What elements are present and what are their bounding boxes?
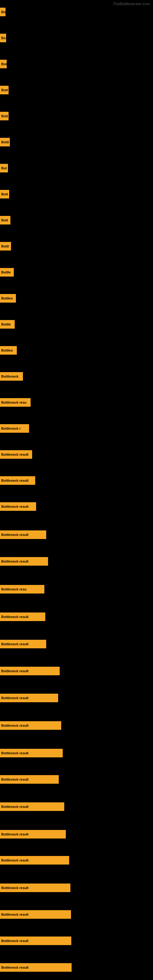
bar-label: Bottle (1, 270, 11, 274)
bar-item: Bottleneck result (0, 502, 36, 511)
bar-label: Bottleneck result (1, 805, 29, 808)
bar-label: Bottleneck result (1, 453, 29, 456)
bar-label: Bottl (1, 140, 9, 144)
bar-item: Bottleneck result (0, 775, 59, 784)
bar-label: Bott (1, 88, 8, 92)
bar-item: Bottleneck result (0, 557, 48, 566)
bar-item: Bottleneck result (0, 721, 61, 730)
bar-label: Bottleneck result (1, 939, 29, 943)
bar-label: Bottleneck result (1, 858, 29, 862)
bar-item: Bottleneck result (0, 910, 71, 919)
bar-item: Bottleneck resu (0, 585, 45, 593)
bar-item: Bot (0, 60, 7, 68)
bar-item: Bot (0, 164, 8, 172)
site-title: TheBottlenecker.com (113, 2, 150, 6)
bar-item: Bottlen (0, 294, 16, 302)
bar-label: Bottleneck result (1, 696, 29, 700)
bar-label: Bottleneck result (1, 724, 29, 727)
bar-label: Bott (1, 114, 8, 118)
bar-item: Bottl (0, 138, 10, 146)
bar-item: Bottleneck result (0, 802, 64, 811)
bar-label: Bottleneck result (1, 886, 29, 890)
bar-label: Bottleneck result (1, 479, 29, 482)
bar-label: Bo (1, 10, 5, 14)
bar-label: Bottleneck result (1, 560, 29, 563)
bar-label: Bottl (1, 244, 9, 248)
bar-label: Bo (1, 36, 6, 40)
bar-item: Bottleneck result (0, 830, 66, 838)
bar-item: Bo (0, 8, 5, 16)
bar-item: Bottleneck result (0, 530, 46, 539)
bar-item: Bottle (0, 268, 14, 277)
bar-label: Bottleneck result (1, 505, 29, 508)
bar-item: Bo (0, 34, 6, 42)
bar-label: Bottleneck result (1, 533, 29, 536)
bar-item: Bottleneck result (0, 640, 46, 648)
bar-item: Bottleneck resu (0, 398, 30, 407)
bar-item: Bottlen (0, 346, 17, 355)
bar-label: Bottleneck resu (1, 587, 27, 591)
bar-item: Bottleneck result (0, 694, 58, 702)
bar-label: Bottleneck result (1, 966, 29, 969)
bar-item: Bottl (0, 242, 11, 250)
bar-item: Bottleneck result (0, 450, 32, 459)
bar-label: Bott (1, 218, 8, 222)
bar-label: Bottlen (1, 296, 13, 300)
bar-label: Bottleneck result (1, 778, 29, 781)
bar-item: Bottleneck result (0, 667, 60, 675)
bar-label: Bottlen (1, 348, 13, 352)
bar-item: Bottleneck result (0, 937, 71, 945)
bar-label: Bottleneck resu (1, 401, 27, 404)
bar-label: Bottleneck result (1, 913, 29, 916)
bar-item: Bottleneck (0, 372, 23, 381)
bar-label: Bottleneck r (1, 426, 21, 430)
bar-item: Bottleneck result (0, 883, 70, 892)
bar-item: Bottleneck result (0, 476, 35, 485)
bar-label: Bot (1, 62, 7, 66)
bar-item: Bott (0, 190, 9, 199)
bar-label: Bottleneck result (1, 669, 29, 673)
bar-item: Bottleneck result (0, 749, 63, 757)
bar-item: Bottleneck result (0, 963, 72, 972)
bar-label: Bottleneck result (1, 615, 29, 619)
bar-item: Bott (0, 112, 9, 120)
bar-label: Bottleneck result (1, 642, 29, 646)
bar-item: Bottleneck result (0, 612, 45, 621)
bar-item: Bottle (0, 320, 15, 329)
bar-label: Bottleneck result (1, 832, 29, 836)
bar-item: Bottleneck result (0, 856, 69, 865)
bar-item: Bott (0, 86, 9, 94)
bar-label: Bottle (1, 323, 11, 326)
bar-label: Bottleneck (1, 375, 18, 378)
bar-label: Bott (1, 192, 8, 196)
bar-item: Bottleneck r (0, 424, 29, 433)
bar-label: Bot (1, 166, 7, 170)
bar-label: Bottleneck result (1, 751, 29, 755)
bar-item: Bott (0, 216, 10, 224)
